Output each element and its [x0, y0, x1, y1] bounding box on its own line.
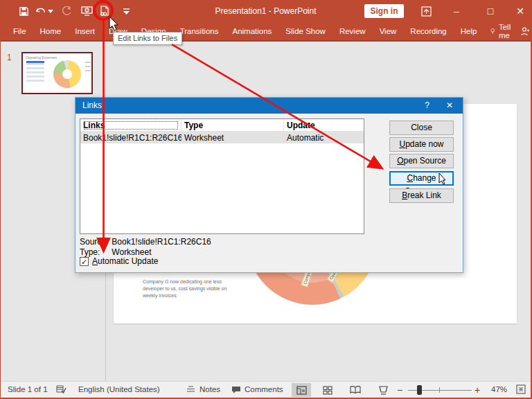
column-header-type[interactable]: Type [181, 119, 284, 131]
link-row-type: Worksheet [181, 132, 284, 143]
powerpoint-window: Presentation1 - PowerPoint Sign in – □ ✕… [0, 0, 532, 399]
thumbnail-slide-title: Operating Expenses [26, 55, 57, 60]
slide-thumbnail[interactable]: Operating Expenses [21, 52, 93, 94]
link-row-source: Book1!slide!R1C1:R26C16 [80, 132, 181, 143]
type-info-row: Type: Worksheet [80, 247, 151, 257]
spell-check-icon[interactable] [56, 384, 66, 396]
dialog-close-icon[interactable]: ✕ [446, 100, 453, 110]
slide-sorter-view-button[interactable] [318, 383, 337, 397]
link-row[interactable]: Book1!slide!R1C1:R26C16 Worksheet Automa… [80, 132, 364, 143]
source-value: Book1!slide!R1C1:R26C16 [112, 237, 211, 247]
edit-links-to-files-icon[interactable] [96, 4, 112, 18]
listbox-header-row: Links Type Update [80, 119, 364, 132]
type-label: Type: [80, 247, 109, 257]
zoom-in-button[interactable]: + [475, 384, 480, 396]
zoom-out-button[interactable]: − [397, 384, 402, 396]
tab-slide-show[interactable]: Slide Show [278, 21, 332, 41]
tab-help[interactable]: Help [454, 21, 484, 41]
thumbnail-legend [85, 62, 91, 73]
automatic-update-label: Automatic Update [92, 256, 158, 266]
zoom-slider-handle[interactable] [417, 385, 422, 395]
tell-me-label: Tell me [499, 23, 514, 39]
type-value: Worksheet [112, 247, 151, 257]
source-info-row: Source: Book1!slide!R1C1:R26C16 [80, 237, 211, 247]
save-icon[interactable] [16, 4, 31, 18]
slide-count: Slide 1 of 1 [8, 385, 48, 393]
maximize-button[interactable]: □ [479, 0, 502, 22]
links-dialog: Links ? ✕ Links Type Update Book1!slide!… [75, 97, 463, 273]
tab-insert[interactable]: Insert [68, 21, 102, 41]
start-slideshow-icon[interactable] [79, 4, 94, 18]
close-button[interactable]: ✕ [508, 0, 532, 22]
ribbon-display-options-icon[interactable] [414, 0, 438, 22]
links-dialog-titlebar[interactable]: Links ? ✕ [76, 98, 463, 114]
fit-slide-to-window-icon[interactable] [516, 384, 526, 396]
thumbnail-donut-chart [53, 60, 81, 88]
checkbox-checked-icon[interactable]: ✓ [80, 257, 89, 266]
dialog-help-icon[interactable]: ? [425, 100, 429, 110]
link-row-update: Automatic [284, 132, 364, 143]
undo-dropdown-icon[interactable] [46, 4, 55, 18]
redo-icon [59, 4, 74, 18]
notes-icon [186, 386, 195, 395]
tab-home[interactable]: Home [33, 21, 69, 41]
thumbnail-table [26, 61, 44, 82]
reading-view-button[interactable] [346, 383, 365, 397]
normal-view-button[interactable] [292, 383, 311, 397]
minimize-button[interactable]: – [445, 0, 468, 22]
update-now-button[interactable]: Update now [389, 137, 454, 152]
slideshow-view-button[interactable] [373, 383, 393, 397]
tab-view[interactable]: View [373, 21, 404, 41]
lightbulb-icon [490, 26, 495, 36]
comments-icon [231, 386, 241, 396]
zoom-slider-tick [439, 387, 440, 393]
open-source-button[interactable]: Open Source [389, 154, 454, 168]
column-header-links[interactable]: Links [83, 121, 179, 130]
title-bar: Presentation1 - PowerPoint Sign in – □ ✕ [1, 0, 531, 22]
break-link-button[interactable]: Break Link [389, 188, 454, 203]
window-title: Presentation1 - PowerPoint [139, 0, 392, 22]
sign-in-button[interactable]: Sign in [364, 4, 404, 18]
automatic-update-checkbox-row[interactable]: ✓ Automatic Update [80, 256, 158, 266]
ribbon-tab-bar: File Home Insert Draw Design Transitions… [1, 22, 531, 42]
share-button[interactable]: Share [521, 21, 532, 41]
column-header-update[interactable]: Update [284, 119, 364, 131]
tab-file[interactable]: File [6, 21, 33, 41]
change-source-button[interactable]: Change Source... [389, 171, 454, 186]
slide-number: 1 [7, 53, 12, 62]
customize-qat-icon[interactable] [118, 4, 134, 18]
tab-recording[interactable]: Recording [403, 21, 453, 41]
tell-me-box[interactable]: Tell me [484, 21, 520, 41]
source-label: Source: [80, 237, 109, 247]
zoom-percentage[interactable]: 47% [491, 385, 507, 393]
thumbnail-donut-hole [62, 69, 72, 79]
slide-note-text[interactable]: Company G now dedicating one less develo… [143, 278, 236, 299]
links-listbox[interactable]: Links Type Update Book1!slide!R1C1:R26C1… [80, 118, 364, 234]
tab-review[interactable]: Review [332, 21, 373, 41]
language-status[interactable]: English (United States) [78, 385, 160, 393]
comments-button[interactable]: Comments [245, 385, 283, 393]
status-bar: Slide 1 of 1 English (United States) Not… [1, 381, 531, 398]
edit-links-tooltip: Edit Links to Files [113, 32, 182, 45]
close-dialog-button[interactable]: Close [389, 121, 454, 135]
person-icon [521, 27, 529, 36]
tab-animations[interactable]: Animations [225, 21, 278, 41]
links-dialog-title: Links [82, 100, 102, 110]
notes-button[interactable]: Notes [200, 385, 220, 393]
